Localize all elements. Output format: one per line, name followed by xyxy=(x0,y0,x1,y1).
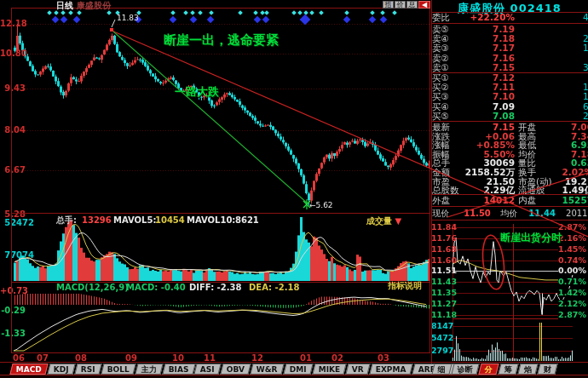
mavol10-value: 8621 xyxy=(235,216,259,225)
annotation-minute: 断崖出货分时 xyxy=(500,231,562,245)
minute-vol-label: 8147 xyxy=(431,322,452,330)
vol-total-value: 13296 xyxy=(82,216,112,225)
tab-indicator-macd[interactable]: MACD xyxy=(9,364,48,375)
indicator-help-button[interactable]: 指标说明 xyxy=(388,282,422,290)
minute-date: 2011-08-16,二 xyxy=(566,209,588,218)
mini-button-1[interactable]: 指 xyxy=(383,1,394,9)
macd-y-label: +0.73 xyxy=(0,287,26,295)
mavol10-label: MAVOL10: xyxy=(187,216,235,225)
minute-pct-label: 2.12% xyxy=(558,300,586,308)
minute-tabbar: 细诊断分筹焰财 xyxy=(433,364,558,375)
minute-pct-label: 0.00% xyxy=(558,266,586,275)
minute-price-label: 11.18 xyxy=(431,311,452,319)
volume-y-label: 77074 xyxy=(0,251,34,260)
tab-indicator-主力[interactable]: 主力 xyxy=(135,364,163,375)
minute-vol-label: 5472 xyxy=(431,334,452,342)
main-y-label: 12.18 xyxy=(0,20,26,28)
level-label: 买⑤ xyxy=(432,112,449,121)
diff-value: DIFF: -2.38 xyxy=(189,284,241,292)
vol-total-label: 总手: xyxy=(56,216,77,225)
level-price: 7.08 xyxy=(465,112,515,121)
minute-pct-label: 1.45% xyxy=(558,245,586,254)
outer-label: 外盘 xyxy=(432,196,450,205)
minute-vol-label: 2797 xyxy=(431,346,452,355)
buy-row: 买③7.10119 xyxy=(431,92,588,101)
macd-y-label: -1.33 xyxy=(0,329,26,338)
mini-arrow-button[interactable]: ◀ xyxy=(418,1,430,9)
minute-price-label: 11.43 xyxy=(431,278,452,286)
minute-price-label: 11.60 xyxy=(431,256,452,265)
level-qty: 119 xyxy=(549,92,588,101)
buy-row: 买⑤7.08251 xyxy=(431,112,588,121)
macd-params-label: MACD(12,26,9) xyxy=(56,284,129,292)
macd-y-label: -0.29 xyxy=(0,306,26,315)
stock-name-label: 康盛股份 xyxy=(77,2,111,10)
minute-pct-label: 2.16% xyxy=(558,234,586,243)
level-qty: 343 xyxy=(549,63,588,72)
minute-pct-label: 1.42% xyxy=(558,289,586,297)
minute-price-label: 11.35 xyxy=(431,289,452,297)
tab-indicator-rsi[interactable]: RSI xyxy=(74,364,101,375)
period-selector[interactable]: 日线 xyxy=(56,2,73,10)
low-price-label: ←5.62 xyxy=(309,201,333,209)
sell-row: 卖①7.15343 xyxy=(431,63,588,72)
volume-indicator-selector[interactable]: 成交量 ▼ xyxy=(366,217,401,226)
level-price: 7.10 xyxy=(465,92,515,101)
minute-price-label: 11.51 xyxy=(431,266,452,275)
mini-button-3[interactable]: 息 xyxy=(406,1,418,9)
level-qty: 251 xyxy=(549,112,588,121)
main-y-label: 6.67 xyxy=(0,166,26,175)
level-label: 卖③ xyxy=(432,43,449,53)
tab-minute-3[interactable]: 筹 xyxy=(498,364,518,375)
inner-value: 15257 xyxy=(549,196,588,205)
tab-indicator-mike[interactable]: MIKE xyxy=(312,364,347,375)
avg-price-value: 11.44 xyxy=(528,209,556,218)
tab-indicator-kdj[interactable]: KDJ xyxy=(47,364,75,375)
minute-price-label: 11.68 xyxy=(431,245,452,254)
outer-value: 14012 xyxy=(464,196,515,205)
tab-minute-5[interactable]: 财 xyxy=(537,364,557,375)
tab-indicator-vr[interactable]: VR xyxy=(345,364,370,375)
tab-indicator-expma[interactable]: EXPMA xyxy=(369,364,412,375)
level-label: 卖① xyxy=(432,63,449,72)
weicha-value: 434 xyxy=(549,13,588,22)
minute-pct-label: 2.87% xyxy=(558,311,586,319)
tab-minute-4[interactable]: 焰 xyxy=(517,364,538,375)
weibi-row: 委比 +22.20% 434 xyxy=(431,13,588,22)
tab-indicator-w&r[interactable]: W&R xyxy=(251,364,285,375)
tab-minute-1[interactable]: 诊断 xyxy=(451,364,479,375)
now-price-label: 现价 xyxy=(432,209,449,218)
main-y-label: 8.04 xyxy=(0,126,26,135)
peak-price-label: 11.83 xyxy=(117,14,139,22)
tab-indicator-boll[interactable]: BOLL xyxy=(101,364,135,375)
tab-indicator-obv[interactable]: OBV xyxy=(220,364,251,375)
tab-minute-2[interactable]: 分 xyxy=(478,364,499,375)
inner-label: 内盘 xyxy=(518,196,536,205)
volume-y-label: 52472 xyxy=(0,219,34,227)
sell-row: 卖③7.17103 xyxy=(431,43,588,53)
tab-minute-0[interactable]: 细 xyxy=(431,364,452,375)
mavol5-label: MAVOL5: xyxy=(113,216,156,225)
main-y-label: 10.80 xyxy=(0,49,26,58)
weibi-value: +22.20% xyxy=(465,13,515,22)
level-label: 买③ xyxy=(432,92,449,101)
indicator-tabbar: MACDKDJRSIBOLL主力BIASASIOBVW&RDMIMIKEVREX… xyxy=(11,364,478,375)
tab-indicator-dmi[interactable]: DMI xyxy=(283,364,313,375)
level-qty: 103 xyxy=(549,43,588,53)
macd-value: MACD: -0.40 xyxy=(126,284,186,292)
mavol5-value: 10454 xyxy=(155,216,185,225)
tab-indicator-bias[interactable]: BIAS xyxy=(162,364,195,375)
tab-indicator-asi[interactable]: ASI xyxy=(194,364,222,375)
minute-header-row: 现价 11.50 均价 11.44 2011-08-16,二 xyxy=(432,209,588,218)
mini-button-2[interactable]: 价 xyxy=(395,1,406,9)
minute-price-label: 11.76 xyxy=(431,234,452,243)
minute-price-label: 11.84 xyxy=(431,223,452,232)
dropdown-arrow-icon: ▼ xyxy=(395,216,401,226)
weibi-label: 委比 xyxy=(432,13,450,22)
level-price: 7.15 xyxy=(465,63,515,72)
annotation-escape: 断崖一出，逃命要紧 xyxy=(164,32,279,49)
minute-pct-label: 0.71% xyxy=(558,278,586,286)
minute-pct-label: 2.87% xyxy=(558,223,586,232)
main-y-label: 9.43 xyxy=(0,84,26,93)
trading-app-window: 日线 康盛股份 11.83 ←5.62 断崖一出，逃命要紧 一路大跌 断崖出货分… xyxy=(0,0,588,378)
